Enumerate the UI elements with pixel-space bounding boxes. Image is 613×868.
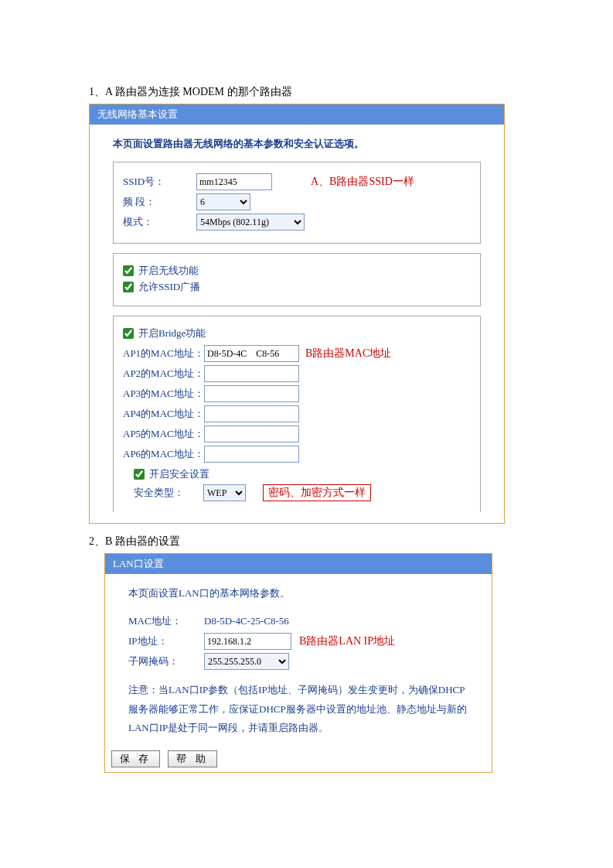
security-type-select[interactable]: WEP (203, 484, 246, 501)
ap1-input[interactable] (204, 345, 299, 362)
ap1-label: AP1的MAC地址： (123, 347, 204, 361)
ap2-input[interactable] (204, 365, 299, 382)
help-button[interactable]: 帮 助 (168, 750, 216, 767)
wlan-panel-header: 无线网络基本设置 (90, 104, 504, 125)
security-type-label: 安全类型： (134, 486, 203, 500)
band-select[interactable]: 6 (196, 193, 250, 210)
wlan-enable-group: 开启无线功能 允许SSID广播 (113, 253, 481, 306)
ap2-label: AP2的MAC地址： (123, 367, 204, 381)
enable-wireless-checkbox[interactable] (123, 265, 134, 276)
ip-label: IP地址： (128, 634, 190, 648)
ap6-input[interactable] (204, 446, 299, 463)
enable-security-label: 开启安全设置 (149, 467, 209, 481)
wlan-panel: 无线网络基本设置 本页面设置路由器无线网络的基本参数和安全认证选项。 SSID号… (89, 104, 505, 524)
allow-ssid-checkbox[interactable] (123, 282, 134, 292)
ssid-input[interactable] (196, 173, 272, 190)
annot-ip: B路由器LAN IP地址 (299, 634, 395, 648)
save-button[interactable]: 保 存 (111, 750, 160, 767)
wlan-basic-group: SSID号： A、B路由器SSID一样 频 段： 6 模式： 54Mbps (8… (113, 162, 481, 244)
mode-select[interactable]: 54Mbps (802.11g) (196, 214, 305, 231)
lan-notice: 注意：当LAN口IP参数（包括IP地址、子网掩码）发生变更时，为确保DHCP服务… (128, 681, 468, 738)
ap3-input[interactable] (204, 385, 299, 402)
mode-label: 模式： (123, 215, 196, 229)
mask-label: 子网掩码： (128, 654, 190, 668)
section2-title: 2、B 路由器的设置 (89, 535, 524, 548)
annot-sec: 密码、加密方式一样 (263, 484, 371, 501)
lan-panel-header: LAN口设置 (105, 554, 492, 574)
ap4-label: AP4的MAC地址： (123, 407, 204, 421)
enable-bridge-label: 开启Bridge功能 (138, 326, 206, 340)
ap6-label: AP6的MAC地址： (123, 447, 204, 461)
enable-wireless-label: 开启无线功能 (138, 264, 199, 278)
enable-security-checkbox[interactable] (134, 469, 145, 480)
ap4-input[interactable] (204, 405, 299, 422)
mask-select[interactable]: 255.255.255.0 (204, 653, 289, 670)
lan-subtitle: 本页面设置LAN口的基本网络参数。 (128, 586, 468, 600)
ap3-label: AP3的MAC地址： (123, 387, 204, 401)
band-label: 频 段： (123, 195, 196, 209)
ip-input[interactable] (204, 633, 291, 650)
annot-mac: B路由器MAC地址 (305, 347, 391, 361)
annot-ssid: A、B路由器SSID一样 (311, 175, 414, 189)
allow-ssid-label: 允许SSID广播 (138, 280, 200, 294)
ap5-input[interactable] (204, 425, 299, 443)
lan-panel: LAN口设置 本页面设置LAN口的基本网络参数。 MAC地址： D8-5D-4C… (104, 553, 492, 773)
wlan-subtitle: 本页面设置路由器无线网络的基本参数和安全认证选项。 (113, 137, 481, 151)
section1-title: 1、A 路由器为连接 MODEM 的那个路由器 (89, 85, 524, 99)
ssid-label: SSID号： (123, 175, 196, 189)
ap5-label: AP5的MAC地址： (123, 427, 204, 441)
mac-label: MAC地址： (128, 614, 190, 628)
wlan-bridge-group: 开启Bridge功能 AP1的MAC地址： B路由器MAC地址 AP2的MAC地… (113, 316, 481, 512)
mac-value: D8-5D-4C-25-C8-56 (204, 615, 289, 627)
enable-bridge-checkbox[interactable] (123, 328, 134, 339)
